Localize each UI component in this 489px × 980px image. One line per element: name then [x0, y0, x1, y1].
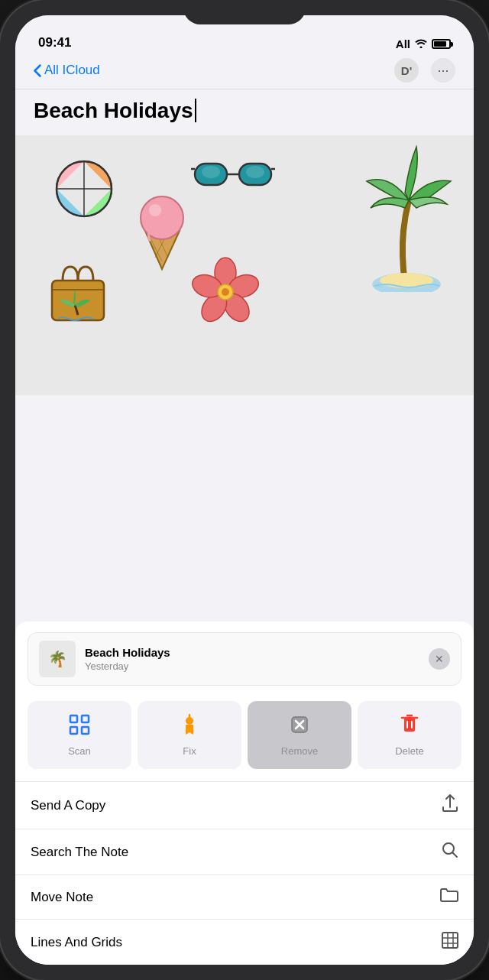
nav-bar: All ICloud D' ···	[15, 55, 474, 89]
ice-cream-sticker	[134, 189, 191, 276]
scan-label: Scan	[68, 745, 91, 757]
signal-label: All	[396, 37, 410, 50]
note-preview-info: Beach Holidays Yesterday	[85, 646, 170, 672]
svg-rect-36	[404, 718, 415, 732]
phone-screen: 09:41 All	[15, 15, 474, 965]
status-icons: All	[396, 37, 451, 50]
scan-button[interactable]: Scan	[28, 701, 131, 769]
svg-rect-27	[70, 716, 77, 722]
more-button[interactable]: ···	[431, 58, 455, 83]
svg-rect-29	[70, 727, 77, 734]
note-preview-title: Beach Holidays	[85, 646, 170, 659]
remove-button[interactable]: Remove	[248, 701, 351, 769]
svg-point-26	[222, 288, 229, 296]
fix-label: Fix	[183, 745, 196, 757]
note-title[interactable]: Beach Holidays	[34, 99, 196, 122]
search-icon	[442, 842, 458, 862]
hibiscus-sticker	[187, 254, 264, 333]
back-button[interactable]: All ICloud	[34, 63, 100, 78]
phone-frame: 09:41 All	[0, 0, 489, 980]
note-content: Beach Holidays	[15, 89, 474, 135]
grid-icon	[442, 932, 458, 952]
battery-icon	[432, 39, 451, 49]
svg-line-42	[453, 853, 458, 858]
status-time: 09:41	[38, 35, 71, 50]
palm-tree-sticker	[359, 139, 458, 295]
fix-button[interactable]: Fix	[138, 701, 241, 769]
sunglasses-sticker	[191, 152, 275, 198]
menu-item-send-copy[interactable]: Send A Copy	[15, 781, 474, 829]
svg-rect-30	[82, 727, 89, 734]
folder-icon	[440, 888, 458, 907]
remove-label: Remove	[281, 745, 318, 757]
svg-rect-43	[442, 933, 458, 948]
svg-point-17	[149, 204, 161, 216]
svg-point-9	[202, 166, 220, 178]
note-preview-left: 🌴 Beach Holidays Yesterday	[39, 641, 170, 677]
notch	[183, 0, 306, 24]
note-preview-card: 🌴 Beach Holidays Yesterday ✕	[28, 632, 461, 686]
back-label: All ICloud	[44, 63, 100, 78]
delete-icon	[398, 713, 421, 739]
drawing-area	[15, 135, 474, 395]
svg-point-16	[141, 196, 183, 239]
lines-grids-label: Lines And Grids	[31, 935, 122, 950]
svg-point-10	[246, 166, 264, 178]
remove-icon	[288, 713, 311, 739]
svg-rect-28	[82, 716, 89, 722]
search-note-label: Search The Note	[31, 845, 128, 860]
note-thumbnail: 🌴	[39, 641, 76, 677]
share-icon	[442, 794, 458, 816]
action-buttons-row: Scan Fix	[15, 686, 474, 781]
svg-point-31	[186, 717, 193, 725]
delete-button[interactable]: Delete	[358, 701, 461, 769]
menu-item-search-note[interactable]: Search The Note	[15, 829, 474, 875]
avatar[interactable]: D'	[394, 58, 419, 83]
menu-item-lines-grids[interactable]: Lines And Grids	[15, 919, 474, 965]
move-note-label: Move Note	[31, 890, 93, 905]
svg-point-12	[380, 273, 433, 288]
wifi-icon	[415, 38, 427, 50]
nav-right-icons: D' ···	[394, 58, 455, 83]
delete-label: Delete	[395, 745, 424, 757]
note-preview-date: Yesterday	[85, 660, 170, 672]
beach-ball-sticker	[53, 158, 115, 219]
fix-icon	[178, 713, 201, 739]
close-button[interactable]: ✕	[429, 648, 450, 670]
menu-item-move-note[interactable]: Move Note	[15, 875, 474, 919]
send-copy-label: Send A Copy	[31, 798, 105, 813]
scan-icon	[68, 713, 91, 739]
tote-bag-sticker	[46, 258, 111, 329]
bottom-sheet: 🌴 Beach Holidays Yesterday ✕	[15, 621, 474, 965]
